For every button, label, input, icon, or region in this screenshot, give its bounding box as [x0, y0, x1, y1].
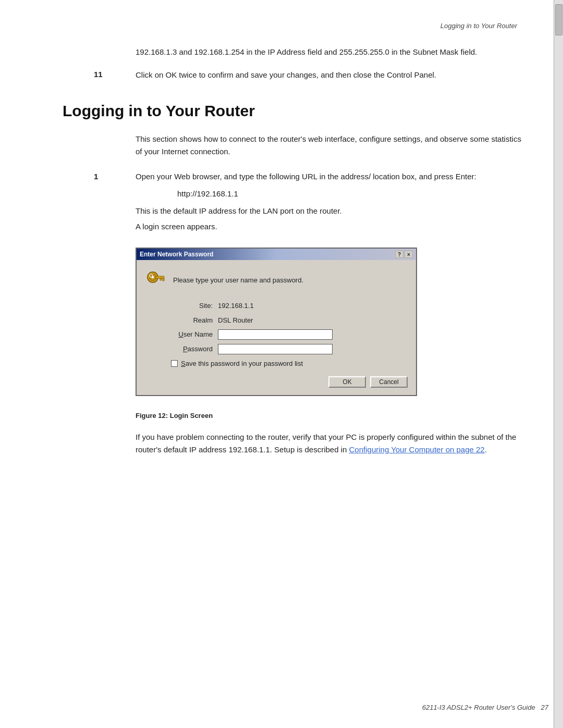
username-label-text: User Name: [178, 330, 213, 338]
scrollbar[interactable]: [554, 0, 563, 728]
password-label-text: Password: [183, 345, 213, 353]
section-heading: Logging in to Your Router: [63, 94, 522, 122]
main-content: Logging in to Your Router 192.168.1.3 an…: [0, 0, 554, 498]
svg-rect-3: [156, 276, 164, 278]
scrollbar-thumb[interactable]: [555, 4, 562, 35]
username-label: User Name: [171, 329, 218, 340]
page-footer: 6211-I3 ADSL2+ Router User's Guide 27: [31, 702, 548, 713]
save-password-row: Save this password in your password list: [171, 359, 408, 369]
dialog-title: Enter Network Password: [140, 250, 213, 259]
step-11-block: 11 Click on OK twice to confirm and save…: [94, 69, 522, 81]
dialog-body: Please type your user name and password.…: [137, 260, 416, 395]
site-value: 192.168.1.1: [218, 301, 254, 311]
username-row: User Name: [171, 329, 408, 340]
save-password-label: Save this password in your password list: [181, 359, 303, 369]
note-line-2: A login screen appears.: [136, 220, 522, 233]
realm-row: Realm DSL Router: [171, 315, 408, 326]
password-label: Password: [171, 344, 218, 354]
password-input[interactable]: [218, 344, 333, 354]
cancel-button[interactable]: Cancel: [370, 376, 408, 388]
intro-block: 192.168.1.3 and 192.168.1.254 in the IP …: [136, 46, 522, 58]
username-input[interactable]: [218, 329, 333, 340]
page: Logging in to Your Router 192.168.1.3 an…: [0, 0, 563, 728]
dialog-top-row: Please type your user name and password.: [145, 267, 408, 293]
dialog-help-button[interactable]: ?: [395, 251, 403, 258]
page-header: Logging in to Your Router: [31, 21, 522, 31]
url-line: http://192.168.1.1: [177, 188, 522, 200]
dialog-fields: Site: 192.168.1.1 Realm DSL Router User …: [171, 301, 408, 354]
step-11-number: 11: [94, 69, 136, 81]
svg-rect-4: [163, 278, 164, 281]
configuring-link[interactable]: Configuring Your Computer on page 22: [349, 445, 485, 454]
site-row: Site: 192.168.1.1: [171, 301, 408, 311]
svg-rect-5: [160, 278, 162, 280]
header-title: Logging in to Your Router: [440, 22, 517, 30]
intro-text: 192.168.1.3 and 192.168.1.254 in the IP …: [136, 47, 477, 56]
figure-caption: Figure 12: Login Screen: [136, 411, 522, 421]
enter-network-password-dialog: Enter Network Password ? ×: [136, 248, 417, 396]
dialog-button-row: OK Cancel: [145, 376, 408, 388]
dialog-container: Enter Network Password ? ×: [136, 248, 417, 396]
dialog-prompt: Please type your user name and password.: [173, 275, 303, 286]
bottom-text: If you have problem connecting to the ro…: [136, 431, 522, 456]
step-11-text: Click on OK twice to confirm and save yo…: [136, 69, 436, 81]
site-label: Site:: [171, 301, 218, 311]
save-password-checkbox[interactable]: [171, 360, 178, 367]
step-1-number: 1: [94, 170, 136, 183]
key-icon: [145, 267, 166, 293]
realm-value: DSL Router: [218, 315, 253, 326]
step-1-text: Open your Web browser, and type the foll…: [136, 170, 476, 183]
password-row: Password: [171, 344, 408, 354]
realm-label: Realm: [171, 315, 218, 326]
dialog-close-button[interactable]: ×: [405, 251, 413, 258]
section-intro: This section shows how to connect to the…: [136, 133, 522, 158]
note-line-1: This is the default IP address for the L…: [136, 205, 522, 217]
footer-product: 6211-I3 ADSL2+ Router User's Guide 27: [422, 702, 548, 713]
dialog-title-buttons: ? ×: [395, 251, 413, 258]
bottom-text-2: .: [485, 445, 487, 454]
step-1-block: 1 Open your Web browser, and type the fo…: [94, 170, 522, 183]
ok-button[interactable]: OK: [328, 376, 366, 388]
dialog-titlebar: Enter Network Password ? ×: [137, 249, 416, 260]
